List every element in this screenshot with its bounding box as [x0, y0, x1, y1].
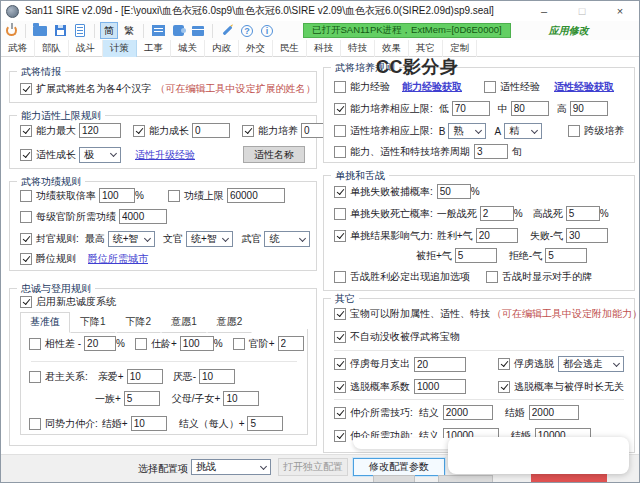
ability-exp-link[interactable]: 能力经验获取	[402, 80, 462, 94]
debate-show-cards-checkbox[interactable]	[486, 271, 498, 283]
hate-input[interactable]	[199, 369, 235, 384]
training-cap-checkbox[interactable]	[334, 103, 346, 115]
profile-select[interactable]: 挑战	[191, 459, 271, 475]
peerage-cities-link[interactable]: 爵位所需城市	[88, 252, 148, 266]
rejected-morale-input[interactable]	[455, 248, 497, 263]
military-select[interactable]: 统	[264, 231, 310, 247]
archive-button[interactable]	[189, 22, 207, 39]
captive-escape-checkbox[interactable]	[498, 358, 510, 370]
broker-skill-checkbox[interactable]	[334, 407, 346, 419]
compat-diff-checkbox[interactable]	[29, 338, 41, 350]
power-button[interactable]	[2, 22, 20, 39]
ability-max-checkbox[interactable]	[20, 125, 32, 137]
death-normal-input[interactable]	[480, 206, 514, 221]
lose-morale-input[interactable]	[566, 228, 608, 243]
escape-coef-input[interactable]	[414, 379, 466, 394]
b-select[interactable]: 熟	[448, 123, 486, 139]
duel-capture-input[interactable]	[437, 184, 471, 199]
service-age-checkbox[interactable]	[135, 338, 147, 350]
appointment-max-select[interactable]: 统+智	[108, 231, 155, 247]
aptitude-exp-gain-link[interactable]: 适性经验获取	[554, 80, 614, 94]
tab-generals[interactable]: 武将	[1, 40, 35, 57]
tab-domestic[interactable]: 内政	[205, 40, 239, 57]
civil-select[interactable]: 统+智	[186, 231, 233, 247]
table-view-button[interactable]	[149, 22, 167, 39]
aptitude-cap-checkbox[interactable]	[334, 125, 346, 137]
marry-bonus-input[interactable]	[131, 416, 167, 431]
low-input[interactable]	[452, 101, 490, 116]
skill-oath-input[interactable]	[443, 405, 493, 420]
edit-button[interactable]	[218, 22, 236, 39]
ability-train-checkbox[interactable]	[242, 125, 254, 137]
tab-troops[interactable]: 部队	[35, 40, 69, 57]
ability-exp-checkbox[interactable]	[334, 81, 346, 93]
refuse-morale-input[interactable]	[545, 248, 587, 263]
debate-extra-option-checkbox[interactable]	[334, 271, 346, 283]
aptitude-names-button[interactable]: 适性名称	[243, 146, 305, 163]
merit-cap-checkbox[interactable]	[168, 190, 180, 202]
plugin-button[interactable]	[169, 22, 187, 39]
tab-skills[interactable]: 特技	[341, 40, 375, 57]
traditional-chinese-button[interactable]: 繁	[120, 22, 138, 39]
death-high-input[interactable]	[566, 206, 600, 221]
captive-upkeep-input[interactable]	[414, 357, 466, 372]
new-loyalty-checkbox[interactable]	[20, 296, 32, 308]
win-morale-input[interactable]	[476, 228, 518, 243]
merit-cap-input[interactable]	[227, 188, 285, 203]
tab-battle[interactable]: 战斗	[69, 40, 103, 57]
love-input[interactable]	[127, 369, 163, 384]
save-button[interactable]	[51, 22, 69, 39]
a-select[interactable]: 精	[504, 123, 542, 139]
cross-level-checkbox[interactable]	[568, 125, 580, 137]
high-input[interactable]	[570, 101, 608, 116]
aptitude-growth-checkbox[interactable]	[20, 149, 32, 161]
broker-merit-checkbox[interactable]	[334, 430, 346, 442]
rank-bonus-input[interactable]	[278, 336, 304, 351]
appointment-rule-checkbox[interactable]	[20, 233, 32, 245]
captive-escape-select[interactable]: 都会逃走	[558, 356, 624, 372]
mid-input[interactable]	[511, 101, 549, 116]
extended-name-checkbox[interactable]	[20, 83, 32, 95]
minimize-button[interactable]: –	[525, 1, 563, 21]
merit-per-rank-checkbox[interactable]	[20, 211, 32, 223]
close-button[interactable]: ×	[601, 1, 639, 21]
notes-button[interactable]	[71, 22, 89, 39]
duel-morale-checkbox[interactable]	[334, 230, 346, 242]
no-confiscate-checkbox[interactable]	[334, 331, 346, 343]
about-button[interactable]: i	[258, 22, 276, 39]
parent-input[interactable]	[223, 391, 259, 406]
ability-growth-input[interactable]	[192, 123, 230, 138]
tab-people[interactable]: 民生	[273, 40, 307, 57]
oath-bonus-input[interactable]	[247, 416, 283, 431]
escape-coef-checkbox[interactable]	[334, 381, 346, 393]
captive-upkeep-checkbox[interactable]	[334, 358, 346, 370]
duel-capture-checkbox[interactable]	[334, 186, 346, 198]
training-cycle-checkbox[interactable]	[334, 146, 346, 158]
apply-changes-link[interactable]: 应用修改	[549, 24, 589, 38]
tab-works[interactable]: 工事	[137, 40, 171, 57]
tab-city[interactable]: 城关	[171, 40, 205, 57]
clan-input[interactable]	[124, 391, 160, 406]
modify-config-button[interactable]: 修改配置参数	[353, 458, 445, 476]
service-age-input[interactable]	[180, 336, 214, 351]
open-button[interactable]	[31, 22, 49, 39]
ability-growth-checkbox[interactable]	[133, 125, 145, 137]
aptitude-exp-link[interactable]: 适性升级经验	[135, 148, 195, 162]
tab-diplomacy[interactable]: 外交	[239, 40, 273, 57]
compat-diff-input[interactable]	[84, 336, 116, 351]
treasure-attr-checkbox[interactable]	[334, 308, 346, 320]
peerage-rule-checkbox[interactable]	[20, 253, 32, 265]
ability-max-input[interactable]	[79, 123, 121, 138]
lord-relation-checkbox[interactable]	[29, 371, 41, 383]
duel-death-checkbox[interactable]	[334, 208, 346, 220]
simplified-chinese-button[interactable]: 简	[100, 22, 118, 39]
tab-technology[interactable]: 科技	[307, 40, 341, 57]
merit-rate-input[interactable]	[99, 188, 135, 203]
merit-rate-checkbox[interactable]	[20, 190, 32, 202]
merit-per-rank-input[interactable]	[119, 209, 167, 224]
escape-independent-checkbox[interactable]	[498, 381, 510, 393]
skill-marry-input[interactable]	[529, 405, 579, 420]
training-cycle-input[interactable]	[474, 144, 508, 159]
same-faction-broker-checkbox[interactable]	[29, 418, 41, 430]
aptitude-exp-checkbox[interactable]	[484, 81, 496, 93]
